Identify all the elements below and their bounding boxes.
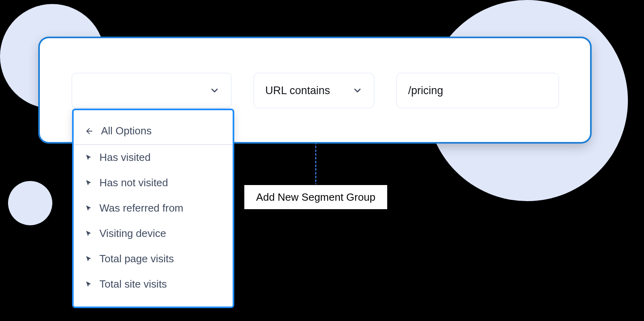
dropdown-item-label: Has visited bbox=[99, 151, 151, 164]
dropdown-item-total-page-visits[interactable]: Total page visits bbox=[74, 246, 233, 272]
bg-circle-bottom-left bbox=[8, 181, 52, 225]
dropdown-item-label: Total site visits bbox=[99, 278, 167, 290]
connector-line bbox=[315, 142, 316, 189]
dropdown-item-label: Was referred from bbox=[99, 202, 184, 214]
cursor-icon bbox=[85, 230, 92, 237]
dropdown-back-all-options[interactable]: All Options bbox=[74, 119, 233, 145]
dropdown-item-label: Total page visits bbox=[99, 253, 174, 265]
add-segment-group-button[interactable]: Add New Segment Group bbox=[244, 184, 388, 210]
operator-select-value: URL contains bbox=[265, 84, 330, 97]
dropdown-item-was-referred-from[interactable]: Was referred from bbox=[74, 195, 233, 221]
operator-select[interactable]: URL contains bbox=[254, 73, 374, 108]
cursor-icon bbox=[85, 255, 92, 263]
add-segment-group-label: Add New Segment Group bbox=[256, 191, 375, 204]
arrow-left-icon bbox=[85, 127, 94, 136]
cursor-icon bbox=[85, 154, 92, 161]
dropdown-item-has-visited[interactable]: Has visited bbox=[74, 145, 233, 170]
dropdown-item-visiting-device[interactable]: Visiting device bbox=[74, 221, 233, 246]
segment-condition-row: URL contains bbox=[72, 73, 559, 108]
cursor-icon bbox=[85, 205, 92, 212]
chevron-down-icon bbox=[209, 85, 220, 96]
value-input[interactable] bbox=[396, 73, 559, 108]
condition-dropdown-panel: All Options Has visited Has not visited … bbox=[74, 110, 233, 307]
dropdown-item-total-site-visits[interactable]: Total site visits bbox=[74, 272, 233, 297]
chevron-down-icon bbox=[352, 85, 363, 96]
cursor-icon bbox=[85, 281, 92, 288]
cursor-icon bbox=[85, 179, 92, 187]
dropdown-item-label: Has not visited bbox=[99, 177, 168, 189]
dropdown-header-label: All Options bbox=[101, 125, 152, 137]
condition-select[interactable] bbox=[72, 73, 231, 108]
dropdown-item-has-not-visited[interactable]: Has not visited bbox=[74, 170, 233, 195]
dropdown-item-label: Visiting device bbox=[99, 227, 166, 240]
